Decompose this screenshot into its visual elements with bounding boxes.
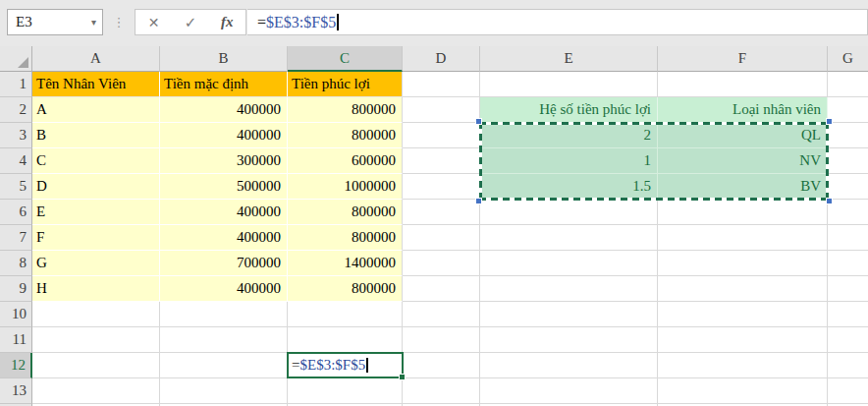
cell-c9[interactable]: 800000 bbox=[288, 276, 403, 302]
chevron-down-icon[interactable]: ▾ bbox=[91, 17, 102, 28]
cell-a8[interactable]: G bbox=[32, 251, 160, 276]
row-header-3[interactable]: 3 bbox=[0, 123, 32, 148]
employee-table-header-row: Tên Nhân Viên Tiền mặc định Tiền phúc lợ… bbox=[32, 72, 403, 97]
range-handle-top-left[interactable] bbox=[475, 118, 482, 125]
row-header-9[interactable]: 9 bbox=[0, 276, 32, 302]
excel-window: E3 ▾ ⋮ ✕ ✓ fx =$E$3:$F$5 A B C D E F G 1… bbox=[0, 0, 868, 406]
cell-b6[interactable]: 400000 bbox=[160, 200, 288, 225]
cell-c2[interactable]: 800000 bbox=[288, 97, 403, 123]
table-row: F 400000 800000 bbox=[32, 225, 403, 251]
cell-b5[interactable]: 500000 bbox=[160, 174, 288, 200]
cell-f2[interactable]: Loại nhân viên bbox=[658, 97, 828, 123]
cell-b7[interactable]: 400000 bbox=[160, 225, 288, 251]
reference-range-outline[interactable] bbox=[480, 123, 828, 200]
row-header-5[interactable]: 5 bbox=[0, 174, 32, 200]
column-header-c[interactable]: C bbox=[288, 46, 403, 72]
cell-e2[interactable]: Hệ số tiền phúc lợi bbox=[480, 97, 658, 123]
row-headers: 1 2 3 4 5 6 7 8 9 10 11 12 13 14 bbox=[0, 72, 32, 406]
table-row: B 400000 800000 bbox=[32, 123, 403, 148]
cell-c6[interactable]: 800000 bbox=[288, 200, 403, 225]
cell-c1[interactable]: Tiền phúc lợi bbox=[288, 72, 403, 97]
sheet-grid: 1 2 3 4 5 6 7 8 9 10 11 12 13 14 Tên Nhâ… bbox=[0, 72, 868, 406]
ants-border-right[interactable] bbox=[826, 122, 829, 201]
cell-c5[interactable]: 1000000 bbox=[288, 174, 403, 200]
range-handle-bottom-right[interactable] bbox=[826, 198, 833, 204]
cell-c4[interactable]: 600000 bbox=[288, 148, 403, 174]
cell-b2[interactable]: 400000 bbox=[160, 97, 288, 123]
cell-a9[interactable]: H bbox=[32, 276, 160, 302]
column-header-a[interactable]: A bbox=[32, 46, 160, 72]
cell-c7[interactable]: 800000 bbox=[288, 225, 403, 251]
cell-a7[interactable]: F bbox=[32, 225, 160, 251]
ants-border-bottom[interactable] bbox=[479, 198, 829, 201]
table-row: E 400000 800000 bbox=[32, 200, 403, 225]
enter-icon[interactable]: ✓ bbox=[172, 10, 208, 34]
table-row: D 500000 1000000 bbox=[32, 174, 403, 200]
formula-bar-buttons: ✕ ✓ fx bbox=[135, 9, 246, 35]
row-header-11[interactable]: 11 bbox=[0, 327, 32, 353]
column-header-g[interactable]: G bbox=[828, 46, 868, 72]
range-handle-top-right[interactable] bbox=[826, 118, 833, 125]
more-dots-icon[interactable]: ⋮ bbox=[112, 9, 126, 35]
formula-reference: $E$3:$F$5 bbox=[266, 14, 336, 31]
formula-bar-strip: E3 ▾ ⋮ ✕ ✓ fx =$E$3:$F$5 bbox=[0, 0, 868, 46]
column-header-f[interactable]: F bbox=[658, 46, 828, 72]
text-cursor bbox=[366, 358, 368, 373]
row-header-7[interactable]: 7 bbox=[0, 225, 32, 251]
row-header-10[interactable]: 10 bbox=[0, 302, 32, 327]
cell-c8[interactable]: 1400000 bbox=[288, 251, 403, 276]
formula-input[interactable]: =$E$3:$F$5 bbox=[247, 9, 868, 35]
range-handle-bottom-left[interactable] bbox=[475, 198, 482, 204]
cell-a6[interactable]: E bbox=[32, 200, 160, 225]
row-header-1[interactable]: 1 bbox=[0, 72, 32, 97]
cell-formula-equals: = bbox=[292, 357, 299, 374]
row-header-13[interactable]: 13 bbox=[0, 378, 32, 404]
column-header-b[interactable]: B bbox=[160, 46, 288, 72]
column-header-e[interactable]: E bbox=[480, 46, 658, 72]
insert-function-icon[interactable]: fx bbox=[209, 10, 245, 34]
ants-border-top[interactable] bbox=[479, 122, 829, 125]
fill-handle[interactable] bbox=[399, 374, 406, 380]
text-cursor bbox=[337, 14, 339, 30]
select-all-button[interactable] bbox=[0, 46, 32, 72]
cell-b3[interactable]: 400000 bbox=[160, 123, 288, 148]
cell-a5[interactable]: D bbox=[32, 174, 160, 200]
cell-a4[interactable]: C bbox=[32, 148, 160, 174]
cell-b9[interactable]: 400000 bbox=[160, 276, 288, 302]
row-header-8[interactable]: 8 bbox=[0, 251, 32, 276]
table-row: A 400000 800000 bbox=[32, 97, 403, 123]
cell-c3[interactable]: 800000 bbox=[288, 123, 403, 148]
select-all-triangle-icon bbox=[18, 57, 28, 68]
column-header-d[interactable]: D bbox=[403, 46, 480, 72]
cell-a3[interactable]: B bbox=[32, 123, 160, 148]
cell-a1[interactable]: Tên Nhân Viên bbox=[32, 72, 160, 97]
name-box[interactable]: E3 ▾ bbox=[7, 9, 103, 35]
cell-b8[interactable]: 700000 bbox=[160, 251, 288, 276]
row-header-12[interactable]: 12 bbox=[0, 353, 32, 378]
column-headers: A B C D E F G bbox=[0, 46, 868, 72]
cell-b4[interactable]: 300000 bbox=[160, 148, 288, 174]
row-header-2[interactable]: 2 bbox=[0, 97, 32, 123]
benefit-table-header-row: Hệ số tiền phúc lợi Loại nhân viên bbox=[480, 97, 828, 123]
editing-cell-c12[interactable]: =$E$3:$F$5 bbox=[287, 352, 404, 378]
cell-b1[interactable]: Tiền mặc định bbox=[160, 72, 288, 97]
cancel-icon[interactable]: ✕ bbox=[136, 10, 172, 34]
formula-equals: = bbox=[257, 14, 266, 31]
cell-formula-reference: $E$3:$F$5 bbox=[299, 357, 365, 374]
name-box-value: E3 bbox=[8, 14, 91, 30]
row-header-6[interactable]: 6 bbox=[0, 200, 32, 225]
table-row: C 300000 600000 bbox=[32, 148, 403, 174]
row-header-4[interactable]: 4 bbox=[0, 148, 32, 174]
ants-border-left[interactable] bbox=[479, 122, 482, 201]
table-row: H 400000 800000 bbox=[32, 276, 403, 302]
table-row: G 700000 1400000 bbox=[32, 251, 403, 276]
cell-a2[interactable]: A bbox=[32, 97, 160, 123]
